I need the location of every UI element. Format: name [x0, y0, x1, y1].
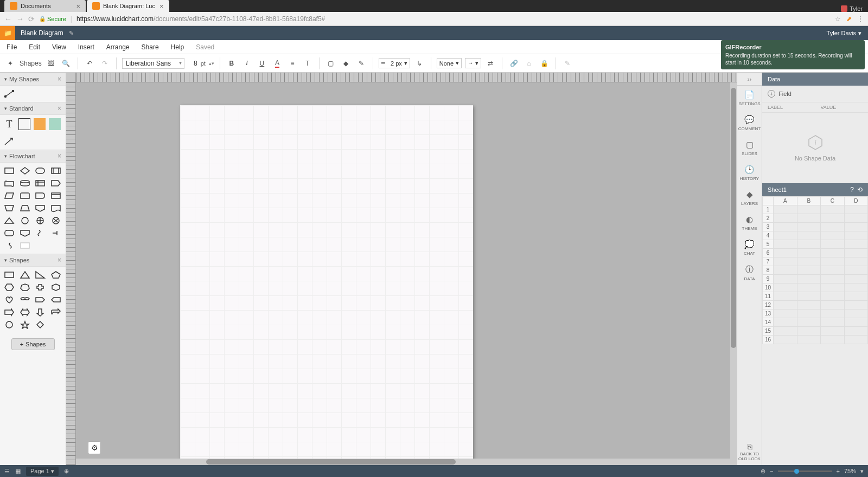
forward-icon[interactable]: →	[16, 15, 24, 23]
flowchart-shape[interactable]	[34, 166, 46, 176]
menu-insert[interactable]: Insert	[78, 43, 94, 51]
menu-view[interactable]: View	[52, 43, 66, 51]
lock-icon[interactable]: ⌂	[523, 57, 535, 70]
basic-shape[interactable]	[34, 320, 46, 330]
flowchart-shape[interactable]	[34, 178, 46, 188]
chevron-down-icon[interactable]: ▾	[860, 468, 864, 475]
basic-shape[interactable]	[34, 282, 46, 292]
basic-shape[interactable]	[19, 320, 31, 330]
sheet-row-header[interactable]: 1	[763, 205, 774, 214]
sheet-row-header[interactable]: 4	[763, 231, 774, 240]
browser-profile[interactable]: Tyler	[835, 5, 868, 12]
dock-comment[interactable]: 💬COMMENT	[737, 111, 762, 136]
user-menu[interactable]: Tyler Davis ▾	[820, 30, 868, 37]
align-icon[interactable]: ≡	[286, 57, 298, 70]
flowchart-shape[interactable]	[19, 166, 31, 176]
sheet-cell[interactable]	[821, 275, 845, 283]
flowchart-shape[interactable]	[19, 191, 31, 201]
shape-rect[interactable]	[18, 118, 30, 130]
sheet-cell[interactable]	[844, 257, 868, 266]
add-page-icon[interactable]: ⊕	[64, 468, 69, 475]
dock-layers[interactable]: ◆LAYERS	[737, 185, 762, 210]
dock-chat[interactable]: 💭CHAT	[737, 235, 762, 260]
sheet-cell[interactable]	[774, 301, 797, 310]
target-icon[interactable]: ⊚	[761, 468, 765, 475]
basic-shape[interactable]	[3, 307, 15, 317]
sheet-cell[interactable]	[844, 240, 868, 249]
sheet-cell[interactable]	[844, 292, 868, 301]
grid-view-icon[interactable]: ▦	[15, 468, 21, 475]
flowchart-shape[interactable]	[50, 216, 62, 225]
sheet-cell[interactable]	[797, 257, 821, 266]
sheet-cell[interactable]	[774, 283, 797, 292]
sheet-cell[interactable]	[774, 292, 797, 301]
sheet-row-header[interactable]: 3	[763, 223, 774, 231]
sheet-cell[interactable]	[821, 336, 845, 344]
page-canvas[interactable]	[180, 105, 473, 465]
sheet-cell[interactable]	[797, 275, 821, 283]
sheet-cell[interactable]	[797, 318, 821, 327]
text-color-icon[interactable]: A	[271, 57, 283, 70]
fill-select[interactable]: None ▾	[437, 58, 462, 68]
dock-data[interactable]: ⓘDATA	[737, 260, 762, 286]
close-icon[interactable]: ×	[58, 105, 61, 112]
sheet-row-header[interactable]: 11	[763, 292, 774, 301]
line-color-icon[interactable]: ✎	[355, 57, 367, 70]
close-icon[interactable]: ×	[72, 2, 80, 10]
sheet-cell[interactable]	[821, 283, 845, 292]
flowchart-shape[interactable]	[50, 178, 62, 188]
flowchart-shape[interactable]	[50, 228, 62, 238]
flowchart-shape[interactable]	[3, 166, 15, 176]
sheet-cell[interactable]	[821, 231, 845, 240]
sheet-cell[interactable]	[844, 205, 868, 214]
extension-icon[interactable]: ⬈	[846, 15, 852, 23]
sheet-cell[interactable]	[797, 249, 821, 257]
sheet-cell[interactable]	[797, 266, 821, 275]
basic-shape[interactable]	[34, 270, 46, 280]
shapes-menu-icon[interactable]: ✦	[4, 57, 16, 70]
flowchart-shape[interactable]	[19, 178, 31, 188]
sheet-cell[interactable]	[821, 214, 845, 223]
sheet-cell[interactable]	[844, 275, 868, 283]
sheet-cell[interactable]	[821, 310, 845, 318]
shape-arrow[interactable]	[3, 137, 15, 146]
sheet-cell[interactable]	[797, 327, 821, 336]
flowchart-shape[interactable]	[34, 203, 46, 213]
flowchart-shape[interactable]	[3, 241, 15, 250]
swap-icon[interactable]: ⇄	[484, 57, 496, 70]
sheet-cell[interactable]	[774, 249, 797, 257]
star-icon[interactable]: ☆	[835, 15, 841, 23]
sheet-cell[interactable]	[797, 205, 821, 214]
sheet-row-header[interactable]: 6	[763, 249, 774, 257]
link-icon[interactable]: 🔗	[508, 57, 520, 70]
basic-shape[interactable]	[19, 307, 31, 317]
sheet-row-header[interactable]: 8	[763, 266, 774, 275]
sheet-cell[interactable]	[844, 214, 868, 223]
sheet-row-header[interactable]: 13	[763, 310, 774, 318]
sheet-cell[interactable]	[821, 223, 845, 231]
dock-slides[interactable]: ▢SLIDES	[737, 136, 762, 160]
dock-history[interactable]: 🕒HISTORY	[737, 160, 762, 185]
secure-badge[interactable]: Secure	[39, 16, 66, 22]
flowchart-shape[interactable]	[50, 203, 62, 213]
sheet-cell[interactable]	[844, 283, 868, 292]
line-style-select[interactable]: ━ 2 px ▾	[379, 58, 410, 68]
browser-tab[interactable]: Documents ×	[4, 0, 86, 12]
sheet-cell[interactable]	[774, 240, 797, 249]
text-size-icon[interactable]: T	[302, 57, 314, 70]
font-size-input[interactable]: 8	[188, 60, 197, 67]
sheet-cell[interactable]	[774, 266, 797, 275]
sheet-cell[interactable]	[774, 310, 797, 318]
basic-shape[interactable]	[50, 307, 62, 317]
folder-icon[interactable]: 📁	[0, 26, 15, 40]
section-standard[interactable]: Standard ×	[0, 102, 66, 115]
undo-icon[interactable]: ↶	[84, 57, 95, 70]
sheet-cell[interactable]	[821, 318, 845, 327]
flowchart-shape[interactable]	[3, 216, 15, 225]
sheet-col-header[interactable]: A	[774, 197, 797, 205]
close-icon[interactable]: ×	[58, 256, 61, 264]
flowchart-shape[interactable]	[50, 166, 62, 176]
horizontal-scrollbar[interactable]	[76, 459, 737, 465]
sheet-cell[interactable]	[844, 336, 868, 344]
sheet-cell[interactable]	[844, 301, 868, 310]
